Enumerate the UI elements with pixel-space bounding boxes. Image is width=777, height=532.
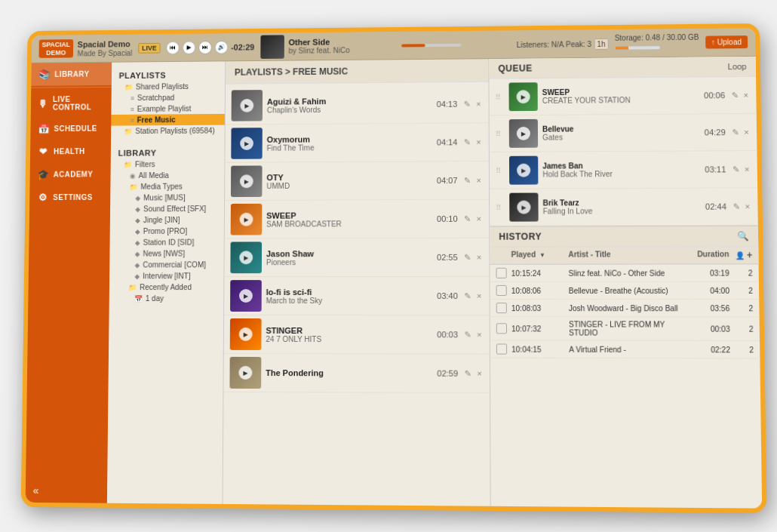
playlist-track-7[interactable]: ▶ STINGER 24 7 ONLY HITS 00:03 ✎ × — [224, 315, 490, 354]
playlist-track-3[interactable]: ▶ OTY UMMD 04:07 ✎ × — [225, 161, 489, 200]
edit-btn-1[interactable]: ✎ — [462, 98, 471, 109]
play-icon-8[interactable]: ▶ — [238, 365, 252, 379]
history-check-2[interactable] — [496, 284, 507, 295]
queue-item-2[interactable]: ⠿ ▶ Bellevue Gates 04:29 ✎ × — [490, 113, 757, 152]
tree-item-scratchpad[interactable]: ≡ Scratchpad — [112, 91, 225, 103]
queue-edit-4[interactable]: ✎ — [731, 201, 742, 212]
drag-handle-1[interactable]: ⠿ — [496, 92, 505, 100]
history-row-3[interactable]: 10:08:03 Josh Woodward - Big Disco Ball … — [490, 300, 760, 317]
history-row-1[interactable]: 10:15:24 Slinz feat. NiCo - Other Side 0… — [490, 264, 758, 282]
queue-play-4[interactable]: ▶ — [517, 200, 530, 214]
playlist-track[interactable]: ▶ Aguizi & Fahim Chaplin's Words 04:13 ✎… — [226, 85, 489, 125]
history-duration-1: 03:19 — [679, 268, 729, 276]
track-details-7: STINGER 24 7 ONLY HITS — [266, 325, 432, 343]
tree-item-free-music[interactable]: ≡ Free Music — [111, 113, 225, 125]
delete-btn-1[interactable]: × — [474, 98, 482, 109]
tree-item-shared[interactable]: 📁 Shared Playlists — [112, 80, 225, 92]
queue-item-4[interactable]: ⠿ ▶ Brik Tearz Falling In Love 02:44 ✎ × — [490, 188, 758, 226]
play-icon-3[interactable]: ▶ — [240, 174, 253, 188]
playlist-track-2[interactable]: ▶ Oxymorum Find The Time 04:14 ✎ × — [225, 123, 489, 163]
history-row-2[interactable]: 10:08:06 Bellevue - Breathe (Acoustic) 0… — [490, 281, 760, 299]
history-check-4[interactable] — [496, 323, 507, 334]
edit-btn-3[interactable]: ✎ — [462, 174, 471, 186]
delete-btn-6[interactable]: × — [475, 290, 484, 300]
delete-btn-8[interactable]: × — [475, 367, 484, 378]
history-check-1[interactable] — [496, 267, 507, 278]
history-row-4[interactable]: 10:07:32 STINGER - LIVE FROM MY STUDIO 0… — [490, 317, 760, 341]
play-icon-5[interactable]: ▶ — [239, 251, 253, 264]
volume-button[interactable]: 🔊 — [215, 40, 229, 54]
play-icon-6[interactable]: ▶ — [239, 289, 253, 303]
add-icon[interactable]: + — [747, 250, 752, 260]
sidebar-item-academy[interactable]: 🎓 ACADEMY — [29, 162, 110, 186]
drag-handle-2[interactable]: ⠿ — [496, 129, 505, 137]
tree-item-jingle[interactable]: ◆ Jingle [JIN] — [110, 214, 224, 225]
next-button[interactable]: ⏭ — [198, 40, 212, 54]
queue-item-1[interactable]: ⠿ ▶ SWEEP CREATE YOUR STATION 00:06 ✎ × — [489, 76, 756, 115]
tree-item-promo[interactable]: ◆ Promo [PRO] — [110, 225, 224, 236]
timeframe-select[interactable]: 1h — [594, 38, 608, 49]
delete-btn-7[interactable]: × — [475, 329, 484, 340]
edit-btn-4[interactable]: ✎ — [462, 213, 472, 224]
sidebar-item-schedule[interactable]: 📅 SCHEDULE — [30, 116, 111, 140]
queue-delete-3[interactable]: × — [743, 163, 751, 174]
history-search-icon[interactable]: 🔍 — [737, 230, 749, 241]
sidebar-item-health[interactable]: ❤ HEALTH — [30, 140, 111, 163]
sidebar-item-library[interactable]: 📚 LIBRARY — [31, 62, 112, 85]
tree-item-1day[interactable]: 📅 1 day — [109, 293, 224, 304]
playlist-track-6[interactable]: ▶ lo-fi is sci-fi March to the Sky 03:40… — [224, 276, 490, 315]
tree-item-recently-added[interactable]: 📁 Recently Added — [109, 281, 224, 293]
edit-btn-5[interactable]: ✎ — [462, 251, 472, 263]
tree-item-station-id[interactable]: ◆ Station ID [SID] — [110, 236, 224, 248]
playlist-track-8[interactable]: ▶ The Pondering 02:59 ✎ × — [223, 353, 490, 392]
drag-handle-4[interactable]: ⠿ — [496, 203, 505, 211]
history-row-5[interactable]: 10:04:15 A Virtual Friend - 02:22 2 — [490, 340, 760, 358]
play-icon-2[interactable]: ▶ — [240, 137, 253, 150]
tree-item-interview[interactable]: ◆ Interview [INT] — [109, 270, 223, 281]
history-check-5[interactable] — [496, 343, 507, 354]
delete-btn-5[interactable]: × — [475, 251, 484, 262]
edit-btn-7[interactable]: ✎ — [462, 328, 472, 340]
queue-edit-1[interactable]: ✎ — [729, 89, 739, 100]
play-button[interactable]: ▶ — [183, 40, 196, 54]
sidebar-item-live-control[interactable]: 🎙 LIVE CONTROL — [31, 88, 112, 117]
upload-button[interactable]: ↑ Upload — [705, 35, 748, 48]
drag-handle-3[interactable]: ⠿ — [496, 166, 505, 174]
delete-btn-3[interactable]: × — [474, 174, 483, 185]
queue-delete-4[interactable]: × — [743, 200, 751, 211]
edit-btn-8[interactable]: ✎ — [462, 367, 472, 379]
history-check-3[interactable] — [496, 303, 507, 313]
playlist-track-4[interactable]: ▶ SWEEP SAM BROADCASTER 00:10 ✎ × — [225, 199, 490, 238]
edit-btn-6[interactable]: ✎ — [462, 290, 472, 301]
playlist-track-5[interactable]: ▶ Jason Shaw Pioneers 02:55 ✎ × — [224, 238, 489, 276]
queue-edit-3[interactable]: ✎ — [730, 163, 740, 174]
queue-play-3[interactable]: ▶ — [517, 163, 530, 177]
tree-item-all-media[interactable]: ◉ All Media — [110, 169, 224, 180]
tree-item-commercial[interactable]: ◆ Commercial [COM] — [109, 259, 223, 270]
progress-bar[interactable] — [401, 43, 462, 47]
queue-edit-2[interactable]: ✎ — [730, 126, 740, 137]
play-icon-4[interactable]: ▶ — [240, 212, 253, 226]
delete-btn-4[interactable]: × — [475, 213, 484, 223]
play-icon-1[interactable]: ▶ — [240, 98, 253, 112]
track-art-2: ▶ — [231, 128, 263, 159]
tree-item-news[interactable]: ◆ News [NWS] — [109, 248, 223, 259]
queue-item-3[interactable]: ⠿ ▶ James Ban Hold Back The River 03:11 … — [490, 151, 757, 189]
history-header-played[interactable]: Played ▼ — [511, 250, 569, 260]
prev-button[interactable]: ⏮ — [166, 41, 180, 54]
queue-delete-2[interactable]: × — [742, 126, 751, 137]
tree-item-station[interactable]: 📁 Station Playlists (69584) — [111, 125, 225, 137]
sidebar-item-settings[interactable]: ⚙ SETTINGS — [29, 186, 110, 209]
queue-play-1[interactable]: ▶ — [517, 90, 530, 103]
tree-item-example[interactable]: ≡ Example Playlist — [111, 103, 224, 115]
queue-play-2[interactable]: ▶ — [517, 126, 530, 140]
sidebar-collapse-button[interactable]: « — [26, 478, 108, 503]
queue-delete-1[interactable]: × — [742, 89, 750, 100]
tree-item-filters[interactable]: 📁 Filters — [111, 158, 225, 170]
edit-btn-2[interactable]: ✎ — [462, 136, 471, 147]
delete-btn-2[interactable]: × — [474, 137, 483, 147]
tree-item-media-types[interactable]: 📁 Media Types — [110, 180, 224, 192]
play-icon-7[interactable]: ▶ — [239, 327, 253, 340]
tree-item-music[interactable]: ◆ Music [MUS] — [110, 192, 224, 203]
tree-item-sfx[interactable]: ◆ Sound Effect [SFX] — [110, 203, 224, 214]
